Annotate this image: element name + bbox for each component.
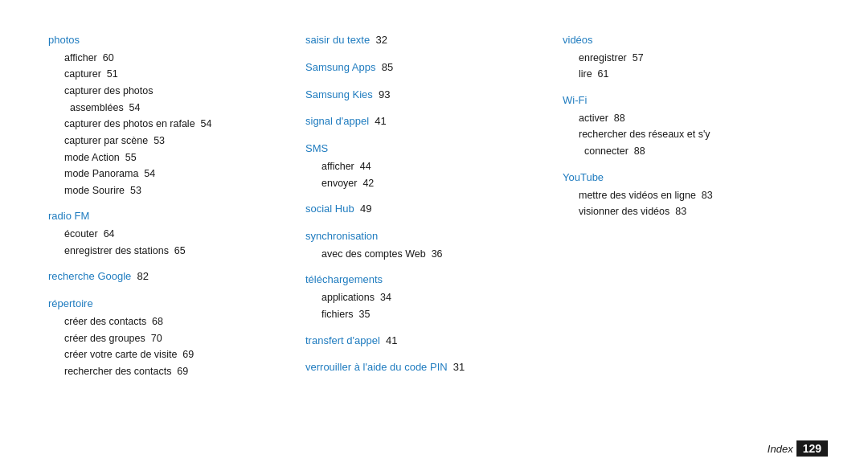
entry-header-youtube: YouTube <box>563 170 820 186</box>
sub-creer-groupes: créer des groupes 70 <box>48 330 305 347</box>
entry-transfert-appel: transfert d'appel 41 <box>305 325 563 350</box>
entry-saisir: saisir du texte 32 <box>305 32 563 50</box>
sub-creer-contacts: créer des contacts 68 <box>48 313 305 330</box>
footer: Index 129 <box>768 440 828 457</box>
entry-telechargements: téléchargements applications 34 fichiers… <box>305 264 563 322</box>
entry-header-saisir: saisir du texte 32 <box>305 32 563 49</box>
column-2: saisir du texte 32 Samsung Apps 85 Samsu… <box>305 32 563 439</box>
sub-enregistrer-stations: enregistrer des stations 65 <box>48 243 305 260</box>
entry-header-synchronisation: synchronisation <box>305 228 563 245</box>
sub-capturer-rafale: capturer des photos en rafale 54 <box>48 116 305 133</box>
sub-mode-action: mode Action 55 <box>48 149 305 166</box>
sub-sms-afficher: afficher 44 <box>305 158 563 175</box>
entry-header-social-hub: social Hub 49 <box>305 201 563 218</box>
entry-header-samsung-kies: Samsung Kies 93 <box>305 87 563 104</box>
entry-header-photos: photos <box>48 32 305 49</box>
entry-header-recherche-google: recherche Google 82 <box>48 268 305 285</box>
entry-radio-fm: radio FM écouter 64 enregistrer des stat… <box>48 200 305 259</box>
entry-youtube: YouTube mettre des vidéos en ligne 83 vi… <box>563 162 820 220</box>
entry-header-videos: vidéos <box>563 32 820 49</box>
sub-mode-panorama: mode Panorama 54 <box>48 166 305 182</box>
footer-index-label: Index <box>768 443 793 455</box>
entry-header-radio-fm: radio FM <box>48 208 305 225</box>
entry-wifi: Wi-Fi activer 88 rechercher des réseaux … <box>563 84 820 160</box>
sub-mettre-videos: mettre des vidéos en ligne 83 <box>563 187 820 204</box>
sub-activer: activer 88 <box>563 110 820 127</box>
column-3: vidéos enregistrer 57 lire 61 Wi-Fi acti… <box>563 32 820 439</box>
sub-rechercher-reseaux: rechercher des réseaux et s'y connecter … <box>563 126 820 159</box>
entry-synchronisation: synchronisation avec des comptes Web 36 <box>305 220 563 262</box>
entry-header-samsung-apps: Samsung Apps 85 <box>305 59 563 76</box>
sub-afficher: afficher 60 <box>48 50 305 67</box>
sub-capturer: capturer 51 <box>48 66 305 83</box>
entry-videos: vidéos enregistrer 57 lire 61 <box>563 32 820 83</box>
sub-mode-sourire: mode Sourire 53 <box>48 182 305 199</box>
sub-capturer-scene: capturer par scène 53 <box>48 133 305 149</box>
entry-signal-appel: signal d'appel 41 <box>305 105 563 131</box>
sub-fichiers: fichiers 35 <box>305 306 563 323</box>
entry-header-sms: SMS <box>305 141 563 158</box>
entry-samsung-kies: Samsung Kies 93 <box>305 79 563 104</box>
column-1: photos afficher 60 capturer 51 capturer … <box>48 32 305 439</box>
entry-social-hub: social Hub 49 <box>305 193 563 219</box>
entry-recherche-google: recherche Google 82 <box>48 260 305 286</box>
footer-page-number: 129 <box>796 440 828 457</box>
entry-verrouiller: verrouiller à l'aide du code PIN 31 <box>305 351 563 377</box>
entry-header-verrouiller: verrouiller à l'aide du code PIN 31 <box>305 359 563 376</box>
entry-header-transfert-appel: transfert d'appel 41 <box>305 333 563 350</box>
sub-sms-envoyer: envoyer 42 <box>305 175 563 192</box>
sub-ecouter: écouter 64 <box>48 226 305 243</box>
sub-enregistrer: enregistrer 57 <box>563 50 820 67</box>
sub-applications: applications 34 <box>305 289 563 306</box>
sub-lire: lire 61 <box>563 66 820 83</box>
entry-header-repertoire: répertoire <box>48 296 305 313</box>
sub-capturer-photos: capturer des photos assemblées 54 <box>48 83 305 116</box>
sub-comptes-web: avec des comptes Web 36 <box>305 246 563 263</box>
sub-creer-carte: créer votre carte de visite 69 <box>48 346 305 363</box>
entry-header-wifi: Wi-Fi <box>563 92 820 109</box>
entry-header-signal-appel: signal d'appel 41 <box>305 113 563 130</box>
page-content: photos afficher 60 capturer 51 capturer … <box>0 0 868 471</box>
sub-visionner-videos: visionner des vidéos 83 <box>563 203 820 220</box>
entry-photos: photos afficher 60 capturer 51 capturer … <box>48 32 305 199</box>
entry-header-telechargements: téléchargements <box>305 272 563 289</box>
entry-sms: SMS afficher 44 envoyer 42 <box>305 133 563 191</box>
entry-repertoire: répertoire créer des contacts 68 créer d… <box>48 288 305 379</box>
entry-samsung-apps: Samsung Apps 85 <box>305 51 563 77</box>
sub-rechercher-contacts: rechercher des contacts 69 <box>48 363 305 380</box>
